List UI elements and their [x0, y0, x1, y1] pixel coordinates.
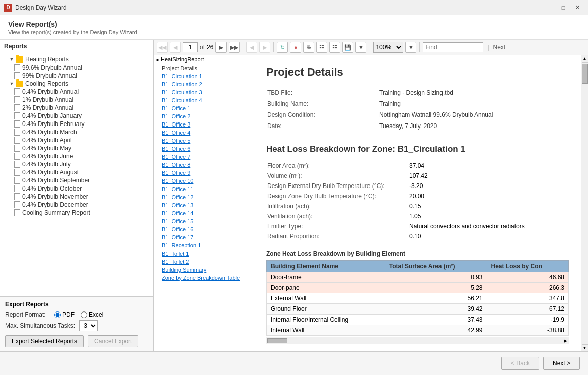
last-page-button[interactable]: ▶▶ — [229, 42, 240, 53]
export-button[interactable]: 💾 — [342, 42, 353, 53]
report-tree-item-8[interactable]: B1_Office 4 — [154, 129, 254, 137]
max-tasks-select[interactable]: 1 2 3 4 5 — [79, 320, 98, 331]
report-tree-item-17[interactable]: B1_Office 13 — [154, 201, 254, 209]
cell-name-4: Internal Floor/Internal Ceiling — [267, 315, 385, 325]
table-section-title: Zone Heat Loss Breakdown by Building Ele… — [266, 250, 569, 257]
report-tree-item-4[interactable]: B1_Circulation 4 — [154, 96, 254, 104]
page-number-input[interactable] — [183, 42, 198, 52]
report-tree-item-15[interactable]: B1_Office 11 — [154, 185, 254, 193]
pdf-radio-item[interactable]: PDF — [54, 311, 75, 318]
report-tree-item-10[interactable]: B1_Office 6 — [154, 145, 254, 153]
reports-header: Reports — [0, 40, 153, 53]
cell-name-3: Ground Floor — [267, 304, 385, 315]
report-tree-item-5[interactable]: B1_Office 1 — [154, 104, 254, 112]
export-selected-button[interactable]: Export Selected Reports — [5, 335, 84, 347]
report-navigator-tree[interactable]: ∎ HeatSizingReport Project DetailsB1_Cir… — [154, 55, 254, 351]
tbd-file-label: TBD File: — [267, 88, 378, 98]
cooling-item-6: 0.4% Drybulb March — [22, 129, 77, 136]
tree-item-cooling-14[interactable]: 0.4% Drybulb November — [0, 193, 153, 201]
tree-item-cooling-11[interactable]: 0.4% Drybulb August — [0, 168, 153, 176]
report-tree-item-24[interactable]: B1_Toilet 2 — [154, 258, 254, 266]
excel-label: Excel — [89, 311, 103, 318]
report-tree-item-13[interactable]: B1_Office 9 — [154, 169, 254, 177]
report-tree-item-1[interactable]: B1_Circulation 1 — [154, 72, 254, 80]
tree-item-cooling-10[interactable]: 0.4% Drybulb July — [0, 160, 153, 168]
tree-item-cooling-7[interactable]: 0.4% Drybulb April — [0, 136, 153, 144]
tree-item-heating-1[interactable]: 99.6% Drybulb Annual — [0, 64, 153, 72]
tree-item-heating-2[interactable]: 99% Drybulb Annual — [0, 72, 153, 80]
tree-item-cooling-8[interactable]: 0.4% Drybulb May — [0, 144, 153, 152]
refresh-button[interactable]: ↻ — [277, 42, 288, 53]
cooling-reports-group[interactable]: ▼ Cooling Reports — [0, 80, 153, 88]
report-tree-root[interactable]: ∎ HeatSizingReport — [154, 55, 254, 64]
dropdown-button[interactable]: ▼ — [355, 42, 366, 53]
tree-item-cooling-1[interactable]: 0.4% Drybulb Annual — [0, 88, 153, 96]
tree-item-cooling-2[interactable]: 1% Drybulb Annual — [0, 96, 153, 104]
tree-item-cooling-15[interactable]: 0.4% Drybulb December — [0, 201, 153, 209]
zoom-dropdown-button[interactable]: ▼ — [405, 42, 416, 53]
report-tree-item-12[interactable]: B1_Office 8 — [154, 161, 254, 169]
horizontal-scrollbar[interactable]: ▶ — [266, 337, 569, 344]
tree-item-cooling-9[interactable]: 0.4% Drybulb June — [0, 152, 153, 160]
first-page-button[interactable]: ◀◀ — [157, 42, 168, 53]
thumbnail-button[interactable]: ☷ — [329, 42, 340, 53]
back-nav-button[interactable]: < Back — [501, 357, 539, 370]
forward-button[interactable]: ▶ — [259, 42, 270, 53]
zone-details-table: Floor Area (m²): 37.04 Volume (m³): 107.… — [266, 160, 569, 242]
report-tree-item-18[interactable]: B1_Office 14 — [154, 209, 254, 217]
tree-item-cooling-5[interactable]: 0.4% Drybulb February — [0, 120, 153, 128]
tree-item-cooling-12[interactable]: 0.4% Drybulb September — [0, 176, 153, 184]
stop-button[interactable]: ● — [290, 42, 301, 53]
building-name-label: Building Name: — [267, 99, 378, 109]
report-tree-item-3[interactable]: B1_Circulation 3 — [154, 88, 254, 96]
close-button[interactable]: ✕ — [571, 3, 584, 13]
report-tree-item-26[interactable]: Zone by Zone Breakdown Table — [154, 274, 254, 282]
cell-name-5: Internal Wall — [267, 325, 385, 336]
next-nav-button[interactable]: Next > — [543, 357, 580, 370]
tree-item-cooling-summary[interactable]: Cooling Summary Report — [0, 209, 153, 217]
tree-item-cooling-3[interactable]: 2% Drybulb Annual — [0, 104, 153, 112]
report-tree-item-21[interactable]: B1_Office 17 — [154, 233, 254, 241]
table-row-3: Ground Floor39.4267.12 — [267, 304, 569, 315]
tree-item-cooling-6[interactable]: 0.4% Drybulb March — [0, 128, 153, 136]
vertical-scrollbar[interactable]: ▲ ▼ — [581, 55, 588, 351]
cooling-item-3: 2% Drybulb Annual — [22, 104, 74, 111]
tree-item-cooling-13[interactable]: 0.4% Drybulb October — [0, 184, 153, 193]
report-tree-item-7[interactable]: B1_Office 3 — [154, 120, 254, 129]
report-tree-item-23[interactable]: B1_Toilet 1 — [154, 249, 254, 258]
prev-page-button[interactable]: ◀ — [170, 42, 181, 53]
view-mode-button[interactable]: ☷ — [316, 42, 327, 53]
report-main-content[interactable]: Project Details TBD File: Training - Des… — [254, 55, 581, 351]
report-tree-item-20[interactable]: B1_Office 16 — [154, 225, 254, 233]
next-find-label: Next — [493, 44, 506, 51]
cell-name-1: Door-pane — [267, 283, 385, 293]
report-tree-item-16[interactable]: B1_Office 12 — [154, 193, 254, 201]
report-tree-root-expander: ∎ — [156, 56, 161, 62]
excel-radio-item[interactable]: Excel — [81, 311, 103, 318]
find-input[interactable] — [423, 42, 483, 52]
minimize-button[interactable]: − — [543, 3, 556, 13]
maximize-button[interactable]: □ — [557, 3, 570, 13]
report-tree-item-6[interactable]: B1_Office 2 — [154, 112, 254, 120]
report-tree-item-2[interactable]: B1_Circulation 2 — [154, 80, 254, 88]
reports-tree[interactable]: ▼ Heating Reports 99.6% Drybulb Annual 9… — [0, 53, 153, 296]
zoom-select[interactable]: 100% 75% 125% 150% — [373, 42, 403, 53]
report-tree-item-11[interactable]: B1_Office 7 — [154, 153, 254, 161]
project-details-table: TBD File: Training - Design Sizing.tbd B… — [266, 87, 569, 132]
next-page-button[interactable]: ▶ — [215, 42, 227, 53]
report-tree-item-9[interactable]: B1_Office 5 — [154, 137, 254, 145]
heating-reports-group[interactable]: ▼ Heating Reports — [0, 55, 153, 64]
cancel-export-button[interactable]: Cancel Export — [88, 335, 138, 347]
pdf-radio[interactable] — [54, 311, 61, 318]
report-tree-item-0[interactable]: Project Details — [154, 64, 254, 72]
print-button[interactable]: 🖶 — [303, 42, 314, 53]
report-tree-item-19[interactable]: B1_Office 15 — [154, 217, 254, 225]
report-tree-item-25[interactable]: Building Summary — [154, 266, 254, 274]
tree-item-cooling-4[interactable]: 0.4% Drybulb January — [0, 112, 153, 120]
report-tree-item-14[interactable]: B1_Office 10 — [154, 177, 254, 185]
excel-radio[interactable] — [81, 311, 87, 318]
back-button[interactable]: ◀ — [246, 42, 257, 53]
date-value: Tuesday, 7 July, 2020 — [379, 121, 568, 131]
report-tree-item-22[interactable]: B1_Reception 1 — [154, 241, 254, 249]
cell-area-2: 56.21 — [385, 293, 487, 304]
